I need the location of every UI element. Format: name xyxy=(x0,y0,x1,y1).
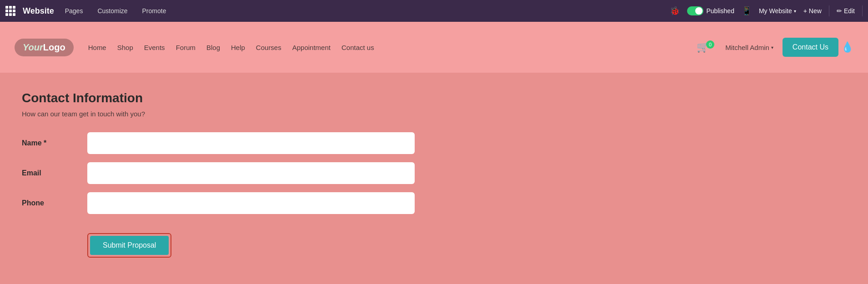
admin-nav-customize[interactable]: Customize xyxy=(94,5,131,16)
nav-shop[interactable]: Shop xyxy=(117,44,133,51)
email-group: Email xyxy=(22,162,846,184)
nav-appointment[interactable]: Appointment xyxy=(292,44,331,51)
cart-badge: 0 xyxy=(706,40,714,49)
publish-toggle[interactable] xyxy=(687,6,703,15)
chevron-down-icon: ▾ xyxy=(794,9,796,14)
submit-button[interactable]: Submit Proposal xyxy=(90,236,169,255)
logo-logo: Logo xyxy=(43,42,65,53)
name-group: Name * xyxy=(22,132,846,154)
nav-links: Home Shop Events Forum Blog Help Courses… xyxy=(88,44,697,51)
admin-title: Website xyxy=(23,6,54,16)
nav-forum[interactable]: Forum xyxy=(176,44,196,51)
my-website-button[interactable]: My Website ▾ xyxy=(759,7,796,15)
admin-nav-promote[interactable]: Promote xyxy=(139,5,170,16)
bug-icon[interactable]: 🐞 xyxy=(670,6,680,16)
name-label: Name * xyxy=(22,139,76,147)
main-content: Contact Information How can our team get… xyxy=(0,73,868,284)
grid-icon[interactable] xyxy=(5,6,15,16)
phone-label: Phone xyxy=(22,199,76,207)
user-menu[interactable]: Mitchell Admin ▾ xyxy=(725,44,773,51)
nav-blog[interactable]: Blog xyxy=(206,44,220,51)
nav-courses[interactable]: Courses xyxy=(256,44,281,51)
nav-help[interactable]: Help xyxy=(231,44,245,51)
submit-wrap: Submit Proposal xyxy=(87,233,171,258)
logo-your: Your xyxy=(23,42,43,53)
new-button[interactable]: + New xyxy=(803,7,822,15)
cart-button[interactable]: 🛒 0 xyxy=(697,41,714,53)
form-title: Contact Information xyxy=(22,91,846,105)
submit-btn-outer: Submit Proposal xyxy=(87,233,171,258)
email-label: Email xyxy=(22,169,76,177)
nav-contact-us[interactable]: Contact us xyxy=(341,44,374,51)
nav-events[interactable]: Events xyxy=(144,44,165,51)
admin-nav-pages[interactable]: Pages xyxy=(61,5,87,16)
edit-button[interactable]: ✏ Edit xyxy=(837,7,855,15)
admin-bar: Website Pages Customize Promote 🐞 Publis… xyxy=(0,0,868,22)
phone-input[interactable] xyxy=(87,192,415,214)
nav-home[interactable]: Home xyxy=(88,44,106,51)
phone-group: Phone xyxy=(22,192,846,214)
published-label: Published xyxy=(706,7,734,15)
email-input[interactable] xyxy=(87,162,415,184)
contact-us-button[interactable]: Contact Us xyxy=(783,38,838,57)
mobile-icon[interactable]: 📱 xyxy=(742,6,752,16)
user-name: Mitchell Admin xyxy=(725,44,769,51)
publish-toggle-wrap: Published xyxy=(687,6,734,15)
pencil-icon: ✏ xyxy=(837,7,842,15)
form-subtitle: How can our team get in touch with you? xyxy=(22,110,846,118)
divider2 xyxy=(862,5,863,16)
drop-icon: 💧 xyxy=(841,41,853,53)
nav-bar: Your Logo Home Shop Events Forum Blog He… xyxy=(0,22,868,73)
user-chevron-icon: ▾ xyxy=(771,45,773,50)
logo[interactable]: Your Logo xyxy=(15,39,74,56)
divider xyxy=(829,5,829,16)
name-input[interactable] xyxy=(87,132,415,154)
